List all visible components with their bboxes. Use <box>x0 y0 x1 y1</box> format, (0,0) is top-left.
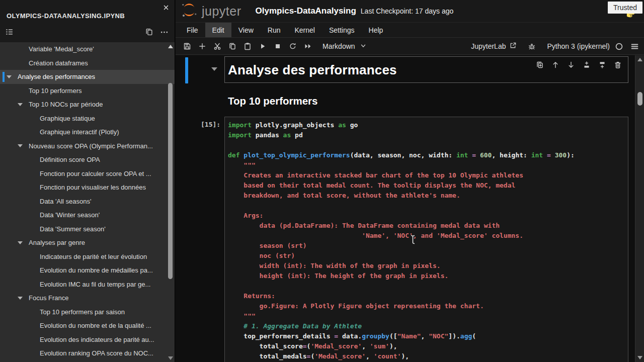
hamburger-icon[interactable] <box>630 42 639 51</box>
toc-item-label: Fonction pour calculer score OPA et ... <box>40 170 151 177</box>
cell-type-label: Markdown <box>323 42 355 50</box>
menu-help[interactable]: Help <box>362 23 390 37</box>
toc-item-label: Data 'All seasons' <box>40 198 92 205</box>
toc-item[interactable]: Définition score OPA <box>0 153 175 167</box>
run-all-icon[interactable] <box>300 39 315 53</box>
toc-item[interactable]: Graphique interactif (Plotly) <box>0 125 175 139</box>
code-editor[interactable]: import plotly.graph_objects as goimport … <box>228 120 575 361</box>
cut-icon[interactable] <box>210 39 225 53</box>
toc-item[interactable]: Evolution ranking OPA score du NOC... <box>0 346 175 360</box>
stop-icon[interactable] <box>270 39 285 53</box>
notebook-header: jupyter Olympics-DataAnalysing Last Chec… <box>176 0 644 22</box>
copy-icon[interactable] <box>225 39 240 53</box>
kernel-status-icon[interactable] <box>615 42 623 51</box>
collapse-arrow-icon[interactable] <box>7 75 12 78</box>
menu-run[interactable]: Run <box>261 23 288 37</box>
code-line: breakdown, and total score, without the … <box>228 191 575 201</box>
toc-item[interactable]: Data 'Winter season' <box>0 208 175 222</box>
toc-item-label: Evolution du nombre et de la qualité ... <box>40 322 151 329</box>
toc-item[interactable]: Analyses par genre <box>0 236 175 250</box>
toc-item[interactable]: Variable 'Medal_score' <box>0 42 175 56</box>
code-line: top_performers_details = data.groupby(["… <box>228 331 575 341</box>
markdown-cell-selected[interactable]: Analyse des performances <box>224 56 628 83</box>
toc-item[interactable]: Nouveau score OPA (Olympic Performan... <box>0 139 175 153</box>
menu-settings[interactable]: Settings <box>322 23 362 37</box>
code-line: go.Figure: A Plotly Figure object repres… <box>228 301 575 311</box>
sidebar-scroll-thumb[interactable] <box>168 83 173 279</box>
close-icon[interactable] <box>159 1 173 14</box>
notebook-scroll-thumb[interactable] <box>637 92 642 106</box>
collapse-cell-icon[interactable] <box>211 67 217 71</box>
toc-item-label: Focus France <box>29 294 68 302</box>
sidebar-header: OLYMPICS-DATAANALYSING.IPYNB <box>0 0 175 42</box>
toc-item[interactable]: Focus France <box>0 291 175 305</box>
toc-item[interactable]: Evolution IMC au fil du temps par ge... <box>0 278 175 292</box>
menu-kernel[interactable]: Kernel <box>287 23 321 37</box>
bug-icon[interactable] <box>528 42 536 50</box>
more-icon[interactable] <box>160 28 169 38</box>
move-up-icon[interactable] <box>551 61 559 69</box>
toc-sidebar: OLYMPICS-DATAANALYSING.IPYNB Variable 'M… <box>0 0 175 362</box>
toc-item[interactable]: Fonction pour visualiser les données <box>0 180 175 195</box>
toc-item-label: Data 'Summer season' <box>40 225 106 233</box>
run-icon[interactable] <box>255 39 270 53</box>
kernel-name[interactable]: Python 3 (ipykernel) <box>547 42 610 50</box>
toc-item[interactable]: Indicateurs de parité et leur évolution <box>0 250 175 264</box>
notebook-title[interactable]: Olympics-DataAnalysing <box>256 6 356 16</box>
trusted-badge[interactable]: Trusted <box>608 2 642 14</box>
toc-item[interactable]: Top 10 performers par saison <box>0 305 175 319</box>
scroll-up-icon[interactable] <box>637 58 642 61</box>
toc-item[interactable]: Data 'All seasons' <box>0 195 175 209</box>
toc-item[interactable]: Fonction pour calculer score OPA et ... <box>0 167 175 181</box>
menu-view[interactable]: View <box>231 23 261 37</box>
collapse-arrow-icon[interactable] <box>18 103 23 106</box>
toc-item-label: Evolution du nombre de médailles pa... <box>40 266 153 274</box>
toolbar-right: JupyterLab Python 3 (ipykernel) <box>471 42 644 51</box>
jupyterlab-link[interactable]: JupyterLab <box>471 42 517 51</box>
toc-item[interactable]: Data 'Summer season' <box>0 222 175 236</box>
move-down-icon[interactable] <box>567 61 575 69</box>
sidebar-scrollbar[interactable] <box>167 42 174 362</box>
scroll-up-icon[interactable] <box>168 45 173 48</box>
scroll-down-icon[interactable] <box>168 356 173 360</box>
toolbar-left-icons <box>180 39 315 53</box>
add-cell-icon[interactable] <box>195 39 210 53</box>
toc-item[interactable]: Analyse des performances <box>0 70 175 84</box>
toc-item[interactable]: Création dataframes <box>0 56 175 70</box>
toc-item[interactable]: Evolution du nombre de médailles pa... <box>0 263 175 278</box>
restart-icon[interactable] <box>285 39 300 53</box>
markdown-h1: Analyse des performances <box>228 62 397 78</box>
collapse-arrow-icon[interactable] <box>18 144 23 147</box>
save-icon[interactable] <box>180 39 195 53</box>
trash-icon[interactable] <box>614 61 622 69</box>
toc-item[interactable]: Top 10 performers <box>0 84 175 98</box>
markdown-h2[interactable]: Top 10 performers <box>228 95 317 107</box>
menu-edit[interactable]: Edit <box>205 23 231 37</box>
collapse-arrow-icon[interactable] <box>18 241 23 244</box>
toc-item-label: Data 'Winter season' <box>40 211 100 219</box>
toc-item-label: Définition score OPA <box>40 156 100 163</box>
cell-toolbar <box>536 61 622 69</box>
toc-item-label: Graphique statique <box>40 115 95 122</box>
paste-icon[interactable] <box>240 39 255 53</box>
collapse-arrow-icon[interactable] <box>18 297 23 300</box>
code-line: season (srt) <box>228 241 575 251</box>
code-line: total_score=('Medal_score', 'sum'), <box>228 341 575 351</box>
tabs-icon[interactable] <box>145 28 153 38</box>
notebook-scrollbar[interactable] <box>635 55 644 362</box>
toc-item[interactable]: Top 10 NOCs par période <box>0 98 175 112</box>
toc-item[interactable]: Evolution des indicateurs de parité au..… <box>0 333 175 347</box>
code-line: Returns: <box>228 291 575 301</box>
insert-below-icon[interactable] <box>598 61 606 69</box>
cell-type-select[interactable]: Markdown <box>323 42 367 51</box>
code-line: """ <box>228 311 575 321</box>
jupyter-wordmark: jupyter <box>202 4 242 19</box>
code-cell[interactable]: import plotly.graph_objects as goimport … <box>224 117 628 362</box>
duplicate-cell-icon[interactable] <box>536 61 544 69</box>
insert-above-icon[interactable] <box>583 61 591 69</box>
scroll-down-icon[interactable] <box>637 356 642 359</box>
toc-item[interactable]: Graphique statique <box>0 112 175 126</box>
menu-file[interactable]: File <box>180 23 205 37</box>
toc-icon[interactable] <box>5 28 14 38</box>
toc-item[interactable]: Evolution du nombre et de la qualité ... <box>0 319 175 333</box>
